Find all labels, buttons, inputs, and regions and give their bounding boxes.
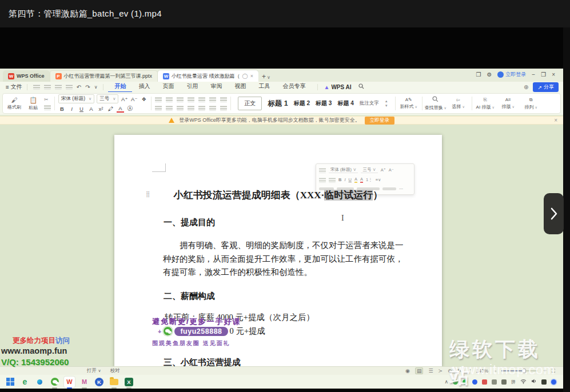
font-size-combo[interactable]: 三号 ∨ [97,94,118,103]
increase-indent-icon[interactable] [188,97,194,102]
upload-cloud-icon[interactable]: ⊕ [524,84,528,90]
tab-member[interactable]: 会员专享 [276,81,312,93]
taskbar-explorer-icon[interactable] [109,377,119,387]
taskbar-m-app-icon[interactable]: M [79,377,90,387]
border-icon[interactable] [220,105,227,111]
ai-layout-button[interactable]: ⎘ AI 排版∨ [476,95,495,112]
zoom-slider-thumb[interactable] [522,369,526,373]
tray-green-icon-1[interactable] [453,379,458,385]
proofread-button[interactable]: 校对 [110,367,120,374]
share-button[interactable]: ↗ 分享 [533,82,559,92]
mini-font-size[interactable]: 三号 ∨ [361,167,377,173]
mini-underline-icon[interactable]: U [349,177,352,182]
align-left-icon[interactable] [155,105,162,111]
tab-tools[interactable]: 工具 [252,81,276,93]
zoom-out-icon[interactable]: − [493,368,496,374]
start-button[interactable] [5,377,15,387]
settings-gear-icon[interactable]: ⚙ [487,71,492,78]
print-preview-icon[interactable] [55,84,62,90]
mini-italic-icon[interactable]: I [344,177,345,182]
fit-page-icon[interactable]: ⤢ [467,368,471,374]
wifi-icon[interactable] [520,379,527,385]
login-entry[interactable]: 立即登录 [497,71,526,78]
wps-ai-entry[interactable]: ▲ WPS AI [317,84,351,90]
superscript-button[interactable]: x² [97,106,105,112]
arrange-button[interactable]: ⧉ 排列∨ [521,95,541,112]
taskbar-wps-icon[interactable]: W [64,377,75,387]
search-icon[interactable] [358,83,364,90]
line-spacing-icon[interactable] [198,105,205,111]
mini-copy-icon[interactable] [329,177,336,183]
tab-reference[interactable]: 引用 [180,81,204,93]
restore-icon[interactable]: ❒ [541,71,546,78]
minimize-icon[interactable]: − [532,71,535,78]
italic-button[interactable]: I [68,106,75,112]
bold-button[interactable]: B [58,106,66,112]
paste-button[interactable]: 📋 粘贴 [25,97,41,111]
tab-close-icon[interactable]: × [250,73,253,79]
mini-grow-font-icon[interactable]: A⁺ [381,167,386,173]
mini-list-icon[interactable]: 1⋮ [366,177,373,182]
notice-login-button[interactable]: 立即登录 [365,117,394,125]
clear-format-icon[interactable]: ❖ [140,96,148,102]
align-right-icon[interactable] [177,105,184,111]
eye-protect-icon[interactable]: ◉ [405,368,410,374]
tray-gray-icon-1[interactable] [492,379,497,385]
underline-button[interactable]: U [78,106,85,112]
quickbar-caret-icon[interactable]: ∨ [94,85,98,90]
format-painter-button[interactable]: 🖌 格式刷 [6,97,22,110]
taskbar-excel-icon[interactable]: X [123,377,134,387]
next-page-button[interactable] [544,193,564,234]
sort-icon[interactable] [220,97,227,102]
tray-expand-icon[interactable]: ∧ [444,379,448,385]
doc-sync-icon[interactable]: ◯ [242,73,248,79]
workspace-icon[interactable]: ❐ [476,71,481,78]
mini-spacing-icon[interactable]: ≡∨ [376,177,381,182]
spellcheck-state[interactable]: 打开 ∨ [87,367,101,374]
file-menu[interactable]: ≡ 文件 [0,83,27,91]
tab-insert[interactable]: 插入 [132,81,156,93]
page-view-icon[interactable]: ▤ [415,367,424,374]
copy-icon[interactable] [44,105,51,110]
style-heading3[interactable]: 标题 3 [316,99,332,107]
bullet-list-icon[interactable] [155,97,162,102]
mini-bold-icon[interactable]: B [338,177,341,182]
decrease-indent-icon[interactable] [177,97,184,102]
outline-view-icon[interactable]: ☰ [428,368,433,374]
tray-green-icon-2[interactable] [463,379,468,385]
edit-pen-icon[interactable]: ✎ [457,368,462,374]
mini-highlight-icon[interactable]: A [354,177,357,183]
tray-notification-icon[interactable] [551,379,556,385]
tab-word-document-active[interactable]: W 小红书批量运营 绩效激励篇（ ◯ × [158,70,258,82]
zoom-slider[interactable] [501,370,538,371]
grow-font-button[interactable]: A⁺ [121,96,128,102]
char-shading-button[interactable]: Ⓐ [126,105,134,113]
mini-font-color-icon[interactable]: A [360,177,363,183]
tab-wps-home[interactable]: W WPS Office [3,70,50,82]
tray-gray-icon-2[interactable] [501,379,507,385]
taskbar-k-app-icon[interactable]: K [94,377,105,387]
style-comment-text[interactable]: 批注文字 [360,100,379,107]
new-style-button[interactable]: A✎ 新样式∨ [399,95,418,112]
mini-shrink-font-icon[interactable]: A⁻ [389,167,394,173]
style-heading4[interactable]: 标题 4 [337,99,353,107]
find-replace-button[interactable]: 查找替换∨ [426,95,445,112]
font-color-button[interactable]: A [117,105,124,113]
taskbar-ie-icon[interactable]: e [19,377,30,387]
tray-ime-icon[interactable]: 拼 [511,379,516,385]
char-spacing-icon[interactable] [209,97,216,102]
tray-red-icon[interactable] [482,379,487,385]
tray-dark-icon[interactable] [541,379,547,385]
select-button[interactable]: ▻ 选择∨ [449,95,468,112]
taskbar-wechat-icon[interactable] [49,377,60,387]
mini-cut-icon[interactable] [319,177,326,183]
style-heading2[interactable]: 标题 2 [294,99,310,107]
volume-icon[interactable] [531,378,537,385]
highlight-color-button[interactable]: 🖍 [107,106,114,112]
mini-font-name[interactable]: 宋体 (标题) ∨ [329,167,358,173]
read-mode-icon[interactable]: ≻ [439,368,443,374]
save-icon[interactable] [33,84,40,90]
undo-icon[interactable]: ↶ [77,84,81,90]
font-name-combo[interactable]: 宋体 (标题) ∨ [58,94,94,103]
export-pdf-icon[interactable] [66,84,73,90]
